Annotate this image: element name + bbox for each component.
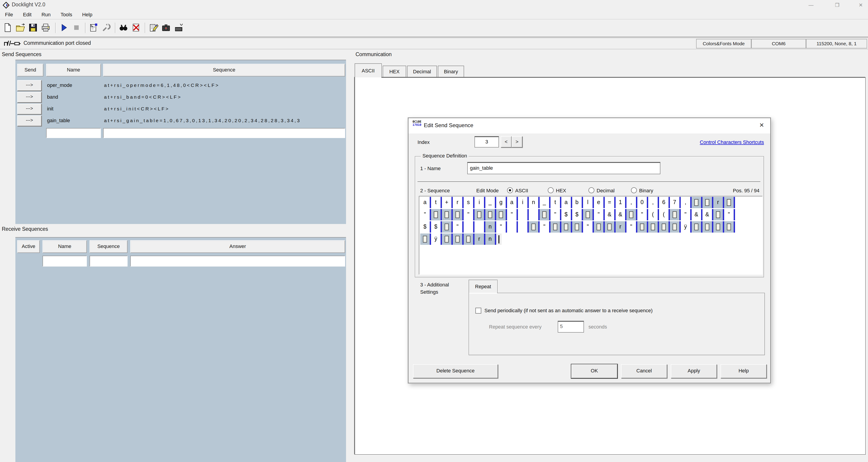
minimize-button[interactable]: — [804,1,818,9]
control-char-cell[interactable] [464,234,474,245]
project-settings-icon[interactable] [89,23,99,33]
sequence-char-cell[interactable]: ÿ [431,234,442,245]
tab-hex[interactable]: HEX [383,66,406,78]
sequence-char-cell[interactable]: n [529,197,539,208]
edit-mode-radio-hex[interactable] [548,187,554,193]
sequence-char-cell[interactable]: & [616,209,626,220]
sequence-char-cell[interactable]: " [594,209,605,220]
empty-name-cell[interactable] [42,256,87,267]
sequence-char-cell[interactable]: 0 [637,197,648,208]
sequence-char-cell[interactable]: e [594,197,605,208]
control-char-cell[interactable] [442,221,453,233]
sequence-text[interactable]: at+rsi_gain_table=1,0,67,3,0,13,1,34,20,… [104,115,344,126]
send-periodically-checkbox[interactable] [475,308,481,314]
sequence-char-cell[interactable]: & [703,209,713,220]
port-settings-indicator[interactable]: 115200, None, 8, 1 [806,39,867,49]
sequence-char-cell[interactable] [507,221,518,233]
control-char-cell[interactable] [431,209,442,220]
sequence-char-cell[interactable]: t [551,197,561,208]
send-column-header[interactable]: Send [17,64,43,76]
start-communication-icon[interactable] [59,23,70,33]
send-button-band[interactable]: ---> [17,92,41,103]
edit-mode-label-decimal[interactable]: Decimal [597,188,615,193]
sequence-char-cell[interactable]: s [464,197,474,208]
sequence-char-cell[interactable]: " [551,209,561,220]
control-char-cell[interactable] [453,209,464,220]
sequence-char-cell[interactable]: " [464,209,474,220]
empty-answer-cell[interactable] [130,256,345,267]
edit-mode-radio-decimal[interactable] [588,187,594,193]
sequence-char-cell[interactable]: " [539,221,551,233]
control-char-cell[interactable] [539,209,551,220]
sequence-char-cell[interactable]: r [453,197,464,208]
dialog-titlebar[interactable]: 0C10E 17810 Edit Send Sequence ✕ [408,118,770,133]
sequence-char-cell[interactable]: " [507,209,518,220]
empty-name-cell[interactable] [46,128,101,138]
edit-mode-label-hex[interactable]: HEX [556,188,566,193]
sequence-char-cell[interactable]: _ [539,197,551,208]
menu-edit[interactable]: Edit [18,10,36,20]
sequence-char-cell[interactable]: t [431,197,442,208]
answer-column-header[interactable]: Answer [130,240,345,253]
find-icon[interactable] [119,23,129,33]
control-char-cell[interactable] [561,221,572,233]
control-char-cell[interactable] [485,209,496,220]
sequence-char-cell[interactable]: ÿ [681,221,691,233]
sequence-char-cell[interactable] [518,221,529,233]
sequence-char-cell[interactable]: $ [561,209,572,220]
sequence-char-cell[interactable]: i [474,197,485,208]
sequence-char-cell[interactable]: i [518,197,529,208]
control-char-cell[interactable] [648,221,659,233]
sequence-char-cell[interactable]: " [496,221,507,233]
sequence-editor-grid[interactable]: at+rsi_gain_table=1,0,67,r""" "$$"&&"(("… [419,196,763,275]
sequence-char-cell[interactable]: a [420,197,431,208]
name-column-header[interactable]: Name [46,64,101,76]
control-char-cell[interactable] [713,209,724,220]
delete-cross-icon[interactable] [131,23,142,33]
sequence-char-cell[interactable]: & [605,209,616,220]
apply-button[interactable]: Apply [671,364,717,378]
sequence-char-cell[interactable]: 7 [670,197,681,208]
control-char-cell[interactable] [713,221,724,233]
help-button[interactable]: Help [720,364,767,378]
sequence-name[interactable]: oper_mode [47,80,72,91]
menu-help[interactable]: Help [77,10,97,20]
control-char-cell[interactable] [703,221,713,233]
sequence-char-cell[interactable]: " [637,209,648,220]
empty-sequence-cell[interactable] [90,256,128,267]
control-char-cell[interactable] [594,221,605,233]
text-cursor[interactable] [496,234,502,245]
sequence-char-cell[interactable]: " [681,209,691,220]
sequence-char-cell[interactable] [529,209,539,220]
sequence-char-cell[interactable]: " [420,209,431,220]
control-char-cell[interactable] [670,209,681,220]
control-char-cell[interactable] [637,221,648,233]
open-file-icon[interactable] [16,23,26,33]
index-prev-button[interactable]: < [501,136,512,148]
sequence-column-header[interactable]: Sequence [90,240,128,253]
sequence-char-cell[interactable]: , [681,197,691,208]
edit-mode-radio-ascii[interactable] [507,187,513,193]
active-column-header[interactable]: Active [17,240,40,253]
sequence-char-cell[interactable]: 6 [659,197,670,208]
sequence-char-cell[interactable]: l [583,197,594,208]
ok-button[interactable]: OK [571,364,617,378]
sequence-char-cell[interactable] [518,209,529,220]
sequence-char-cell[interactable]: $ [572,209,583,220]
control-char-cell[interactable] [420,234,431,245]
control-char-cell[interactable] [583,209,594,220]
edit-mode-radio-binary[interactable] [631,187,637,193]
tab-decimal[interactable]: Decimal [407,66,437,78]
options-wrench-icon[interactable] [101,23,112,33]
sequence-char-cell[interactable]: , [626,197,637,208]
sequence-char-cell[interactable] [464,221,474,233]
control-char-cell[interactable] [626,209,637,220]
tab-ascii[interactable]: ASCII [354,63,382,78]
repeat-tab[interactable]: Repeat [469,280,498,293]
edit-notes-icon[interactable] [148,23,159,33]
sequence-char-cell[interactable]: b [572,197,583,208]
close-button[interactable]: ✕ [854,1,868,9]
control-char-cell[interactable] [572,221,583,233]
empty-sequence-cell[interactable] [103,128,345,138]
control-char-cell[interactable] [529,221,539,233]
